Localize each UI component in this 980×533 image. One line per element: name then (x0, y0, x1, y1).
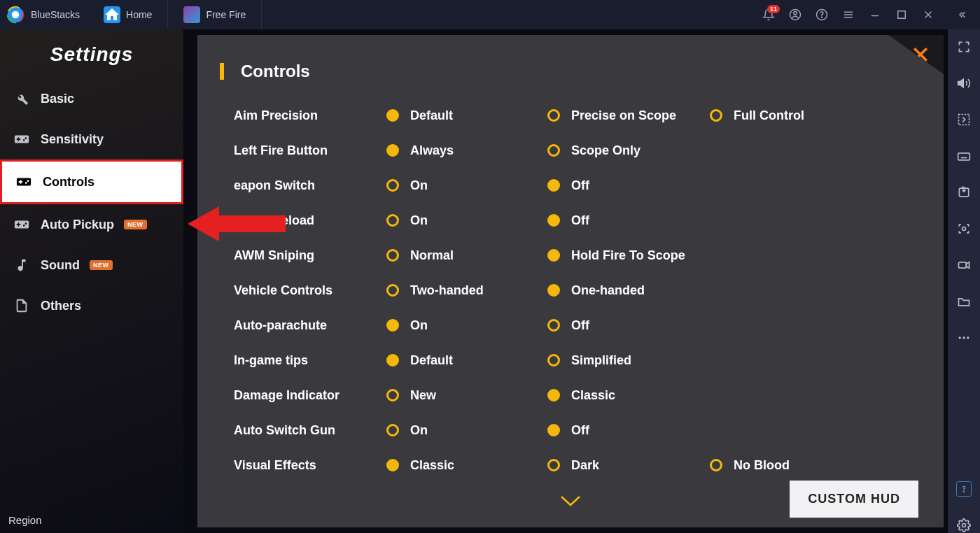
radio-option[interactable]: No Blood (710, 458, 836, 473)
option-row: Visual EffectsClassicDarkNo Blood (234, 448, 921, 483)
radio-option[interactable]: Off (547, 423, 710, 438)
main-area: Settings Basic Sensitivity Controls Auto… (0, 29, 980, 533)
radio-icon (386, 424, 399, 436)
rail-help-icon[interactable] (956, 481, 972, 497)
new-badge: NEW (124, 220, 147, 229)
radio-icon (386, 459, 399, 471)
radio-option[interactable]: Simplified (547, 353, 710, 368)
radio-label: Scope Only (571, 143, 640, 158)
radio-icon (386, 249, 399, 262)
folder-icon[interactable] (956, 294, 972, 309)
region-label[interactable]: Region (8, 514, 42, 526)
keymap-icon[interactable] (956, 112, 972, 127)
volume-icon[interactable] (956, 76, 972, 91)
minimize-icon[interactable] (868, 8, 882, 22)
radio-option[interactable]: Hold Fire To Scope (547, 248, 710, 263)
fullscreen-icon[interactable] (956, 39, 972, 55)
settings-menu: Basic Sensitivity Controls Auto Pickup N… (0, 78, 183, 326)
radio-option[interactable]: New (386, 388, 547, 403)
sidebar-item-others[interactable]: Others (0, 285, 183, 326)
close-window-icon[interactable] (921, 8, 935, 22)
sidebar-item-sensitivity[interactable]: Sensitivity (0, 119, 183, 159)
option-label: eapon Switch (234, 178, 386, 193)
svg-point-8 (822, 17, 822, 17)
keyboard-icon[interactable] (956, 148, 972, 164)
radio-option[interactable]: Off (547, 318, 710, 333)
radio-option[interactable]: Classic (386, 458, 547, 473)
right-toolbar (948, 29, 980, 533)
notifications-icon[interactable]: 11 (762, 8, 776, 22)
radio-option[interactable]: Classic (547, 388, 710, 403)
scroll-down-icon[interactable] (559, 494, 582, 511)
maximize-icon[interactable] (895, 8, 909, 22)
radio-label: New (410, 388, 436, 403)
option-label: Auto-parachute (234, 318, 386, 333)
collapse-rail-icon[interactable] (955, 8, 969, 22)
radio-icon (386, 319, 399, 332)
radio-label: On (410, 318, 428, 333)
app-logo-area: BlueStacks (6, 5, 80, 24)
radio-option[interactable]: Normal (386, 248, 547, 263)
radio-option[interactable]: On (386, 318, 547, 333)
sidebar-item-sound[interactable]: Sound NEW (0, 245, 183, 285)
sidebar-item-controls[interactable]: Controls (0, 159, 183, 204)
home-icon (104, 6, 120, 23)
radio-option[interactable]: Always (386, 143, 547, 158)
radio-icon (547, 109, 560, 122)
screenshot-icon[interactable] (956, 221, 972, 236)
notification-badge: 11 (767, 5, 780, 13)
help-icon[interactable] (815, 8, 829, 22)
document-icon (13, 297, 31, 315)
sidebar-item-label: Controls (43, 175, 94, 190)
menu-icon[interactable] (841, 8, 855, 22)
radio-icon (386, 179, 399, 192)
svg-marker-19 (958, 79, 964, 87)
radio-icon (547, 389, 560, 401)
radio-option[interactable]: Off (547, 178, 710, 193)
radio-label: No Blood (734, 458, 790, 473)
option-label: Visual Effects (234, 458, 386, 473)
radio-option[interactable]: Full Control (710, 108, 836, 123)
install-apk-icon[interactable] (956, 185, 972, 200)
radio-option[interactable]: Two-handed (386, 283, 547, 298)
gear-icon[interactable] (956, 518, 972, 533)
radio-option[interactable]: Scope Only (547, 143, 710, 158)
radio-option[interactable]: On (386, 178, 547, 193)
record-icon[interactable] (956, 257, 972, 273)
more-icon[interactable] (956, 330, 972, 346)
option-row: Damage IndicatorNewClassic (234, 378, 921, 413)
custom-hud-button[interactable]: CUSTOM HUD (790, 481, 918, 518)
svg-point-36 (962, 524, 966, 527)
radio-label: Off (571, 178, 589, 193)
option-row: Auto Switch GunOnOff (234, 413, 921, 448)
tab-home[interactable]: Home (88, 0, 168, 29)
radio-option[interactable]: One-handed (547, 283, 710, 298)
sidebar-item-label: Sensitivity (41, 132, 104, 147)
radio-label: Dark (571, 458, 599, 473)
radio-icon (386, 214, 399, 227)
radio-option[interactable]: Off (547, 213, 710, 228)
titlebar-controls: 11 (762, 8, 974, 22)
tab-freefire[interactable]: Free Fire (168, 0, 262, 29)
freefire-icon (183, 6, 200, 23)
account-icon[interactable] (788, 8, 802, 22)
option-row: AWM SnipingNormalHold Fire To Scope (234, 238, 921, 273)
radio-label: Default (410, 353, 453, 368)
sidebar-item-label: Basic (41, 92, 74, 106)
svg-point-34 (967, 336, 969, 339)
sidebar-item-basic[interactable]: Basic (0, 78, 183, 119)
option-choices: NormalHold Fire To Scope (386, 248, 921, 263)
radio-option[interactable]: Dark (547, 458, 710, 473)
radio-option[interactable]: Default (386, 353, 547, 368)
sidebar-item-label: Auto Pickup (41, 218, 114, 232)
sidebar-item-autopickup[interactable]: Auto Pickup NEW (0, 204, 183, 245)
radio-option[interactable]: On (386, 423, 547, 438)
radio-option[interactable]: Default (386, 108, 547, 123)
radio-option[interactable]: On (386, 213, 547, 228)
svg-rect-21 (958, 153, 970, 160)
svg-rect-30 (959, 262, 967, 268)
radio-option[interactable]: Precise on Scope (547, 108, 710, 123)
option-row: eapon SwitchOnOff (234, 168, 921, 203)
option-row: Auto-parachuteOnOff (234, 308, 921, 343)
wrench-icon (13, 90, 31, 108)
